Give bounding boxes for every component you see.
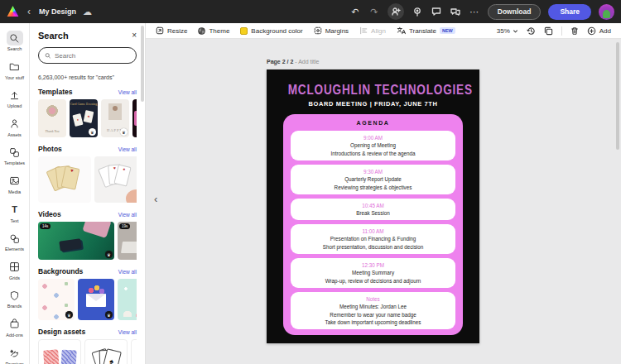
- share-button[interactable]: Share: [548, 4, 591, 20]
- document-title[interactable]: My Design: [39, 7, 76, 16]
- search-input[interactable]: [55, 52, 130, 60]
- agenda-card-5[interactable]: 12:30 PM Meeting Summary Wrap-up, review…: [291, 258, 455, 288]
- agenda-container[interactable]: AGENDA 9:00 AM Opening of Meeting Introd…: [283, 114, 463, 335]
- theme-icon: [198, 27, 205, 35]
- premium-crown-badge: ♛: [89, 128, 96, 136]
- translate-icon: [397, 26, 406, 35]
- redo-icon[interactable]: ↷: [368, 6, 380, 17]
- agenda-card-2[interactable]: 9:30 AM Quarterly Report Update Reviewin…: [291, 165, 455, 194]
- close-icon[interactable]: ×: [132, 31, 137, 40]
- template-thumb-card-game-evening[interactable]: Card Game Evening ♦ ♣ ♛: [70, 99, 98, 137]
- background-thumb-winter[interactable]: [118, 279, 137, 320]
- zoom-level-dropdown[interactable]: 35%: [497, 27, 518, 35]
- asset-thumb-card-fan[interactable]: ♠: [84, 339, 128, 364]
- sidebar-item-upload[interactable]: Upload: [0, 84, 30, 113]
- panel-scrollbar[interactable]: [141, 26, 144, 102]
- resize-button[interactable]: Resize: [156, 26, 187, 35]
- photo-thumb-vintage-cards[interactable]: ♥: [38, 156, 91, 203]
- agenda-card-3[interactable]: 10:45 AM Break Session: [291, 199, 455, 220]
- premium-crown-badge: ♛: [120, 128, 128, 136]
- elements-icon: [7, 231, 23, 246]
- sidebar-item-brands[interactable]: Brands: [0, 285, 30, 314]
- sidebar-item-elements[interactable]: Elements: [0, 228, 30, 256]
- agenda-card-notes[interactable]: Notes Meeting Minutes: Jordan Lee Rememb…: [291, 292, 455, 329]
- back-chevron-icon[interactable]: ‹: [26, 7, 32, 17]
- background-thumb-envelope-flowers[interactable]: ♛: [78, 279, 114, 320]
- background-thumb-pattern[interactable]: ♛: [38, 279, 75, 320]
- translate-button[interactable]: Translate NEW: [397, 26, 455, 35]
- search-icon: [7, 31, 23, 46]
- toolbar-divider: [561, 26, 562, 36]
- theme-button[interactable]: Theme: [198, 27, 229, 35]
- add-page-button[interactable]: Add: [587, 26, 611, 36]
- page-label[interactable]: Page 2 / 2 - Add title: [267, 59, 319, 65]
- sidebar-item-premium-member[interactable]: Premium member: [0, 342, 30, 364]
- agenda-card-4[interactable]: 11:00 AM Presentation on Financing & Fun…: [291, 224, 455, 254]
- add-collaborator-icon[interactable]: [388, 3, 404, 20]
- top-bar: ‹ My Design ☁ ↶ ↷ ⋯ Download Share: [0, 0, 621, 23]
- backgrounds-row: ♛ ♛: [38, 279, 137, 320]
- margins-button[interactable]: Margins: [314, 26, 349, 35]
- poster-title[interactable]: MCLOUGHLIN TECHNOLOGIES: [288, 82, 459, 98]
- app-window: ‹ My Design ☁ ↶ ↷ ⋯ Download Share: [0, 0, 621, 364]
- template-thumb-happy[interactable]: HAPPY ♛: [101, 99, 129, 137]
- canvas-scrollbar[interactable]: [616, 42, 619, 150]
- background-color-button[interactable]: Background color: [240, 27, 302, 35]
- sidebar-item-templates[interactable]: Templates: [0, 141, 30, 170]
- videos-view-all-link[interactable]: View all: [118, 212, 137, 218]
- design-poster[interactable]: MCLOUGHLIN TECHNOLOGIES BOARD MEETING | …: [267, 69, 479, 343]
- video-thumb-shuffle[interactable]: 14s ♛: [38, 222, 114, 260]
- asset-thumb-hand-illustration[interactable]: [131, 339, 137, 364]
- video-thumb-laptop[interactable]: 19s: [118, 222, 137, 260]
- new-badge: NEW: [440, 27, 455, 34]
- trash-icon: [570, 26, 579, 36]
- agenda-title[interactable]: AGENDA: [291, 120, 455, 126]
- left-rail: Search Your stuff Upload Assets Template…: [0, 23, 30, 364]
- delete-page-button[interactable]: [570, 26, 579, 36]
- sidebar-item-search[interactable]: Search: [0, 27, 30, 56]
- templates-view-all-link[interactable]: View all: [118, 89, 137, 95]
- photo-thumb-card-hand[interactable]: ♥ ♠: [94, 156, 137, 203]
- pin-icon[interactable]: [412, 6, 423, 17]
- photos-view-all-link[interactable]: View all: [118, 146, 137, 152]
- download-button[interactable]: Download: [488, 4, 542, 20]
- asset-thumb-card-backs[interactable]: ♛: [38, 339, 81, 364]
- collapse-panel-chevron[interactable]: ‹: [154, 193, 157, 205]
- resize-icon: [156, 26, 164, 35]
- sidebar-item-text[interactable]: T Text: [0, 199, 30, 228]
- design-assets-view-all-link[interactable]: View all: [118, 329, 137, 335]
- person-icon: [7, 117, 23, 132]
- folder-icon: [7, 60, 23, 74]
- chat-bubbles-icon[interactable]: [450, 6, 461, 17]
- pages-button[interactable]: [544, 26, 553, 36]
- add-ons-icon: [7, 317, 23, 332]
- hand-shape: [126, 189, 137, 203]
- agenda-card-1[interactable]: 9:00 AM Opening of Meeting Introductions…: [291, 131, 455, 160]
- search-input-wrap: [38, 47, 137, 64]
- editor-toolbar: Resize Theme Background color Margins Al…: [146, 23, 621, 39]
- undo-icon[interactable]: ↶: [349, 6, 361, 17]
- sidebar-item-media[interactable]: Media: [0, 170, 30, 199]
- add-circle-icon: [587, 26, 596, 36]
- sidebar-item-assets[interactable]: Assets: [0, 113, 30, 142]
- sidebar-item-add-ons[interactable]: Add-ons: [0, 314, 30, 342]
- app-logo-icon[interactable]: [7, 6, 19, 18]
- add-title-link[interactable]: - Add title: [295, 59, 319, 65]
- chevron-down-icon: [513, 28, 518, 34]
- premium-crown-badge: ♛: [105, 251, 113, 258]
- section-backgrounds-title: Backgrounds: [38, 267, 83, 275]
- panel-title: Search: [38, 31, 69, 41]
- sidebar-item-grids[interactable]: Grids: [0, 256, 30, 285]
- template-thumb-partial[interactable]: [132, 99, 137, 137]
- template-thumb-thank-you[interactable]: Thank You: [38, 99, 66, 137]
- account-avatar[interactable]: [599, 4, 614, 20]
- premium-crown-badge: ♛: [65, 311, 73, 318]
- backgrounds-view-all-link[interactable]: View all: [118, 269, 137, 275]
- more-options-icon[interactable]: ⋯: [469, 6, 480, 17]
- history-button[interactable]: [527, 26, 536, 36]
- background-color-swatch: [240, 27, 248, 35]
- comment-icon[interactable]: [431, 6, 442, 17]
- sidebar-item-your-stuff[interactable]: Your stuff: [0, 56, 30, 85]
- grids-icon: [7, 260, 23, 275]
- poster-subtitle[interactable]: BOARD MEETING | FRIDAY, JUNE 7TH: [267, 100, 479, 108]
